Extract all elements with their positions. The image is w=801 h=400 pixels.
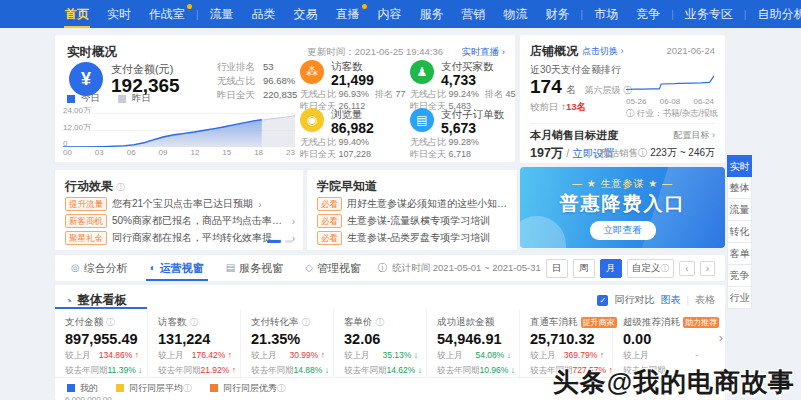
- nav-item-home[interactable]: 首页: [56, 0, 98, 28]
- card-avg-order-value[interactable]: 客单价ⓘ 32.06 较上月35.13% ↓ 较去年同期14.62% ↓: [334, 309, 427, 377]
- configure-target-link[interactable]: 配置目标 ›: [673, 129, 715, 142]
- prev-period-button[interactable]: ‹: [679, 261, 694, 276]
- period-custom-button[interactable]: 自定义ⓘ: [627, 259, 675, 278]
- info-icon: ⓘ: [190, 316, 199, 329]
- nav-item-war-room[interactable]: 作战室: [140, 0, 194, 28]
- rank-label: 近30天支付金额排行: [530, 63, 621, 77]
- tab-service-window[interactable]: ▤服务视窗: [220, 255, 289, 281]
- card-label: 直通车消耗: [530, 316, 578, 329]
- nav-item-logistics[interactable]: 物流: [495, 0, 537, 28]
- rank-value-row: 174 名 第六层级 ⓘ: [530, 76, 632, 98]
- custom-label: 自定义: [632, 262, 661, 273]
- card-visitors[interactable]: 访客数ⓘ 131,224 较上月176.42% ↑ 较去年同期21.92% ↑: [148, 309, 241, 377]
- tab-operation-window[interactable]: ◐运营视窗: [144, 255, 210, 281]
- card-value: 0.00: [623, 331, 698, 347]
- period-month-button[interactable]: 月: [600, 259, 622, 278]
- cards-scroll-next-button[interactable]: ›: [719, 330, 723, 345]
- stat-value: 6,718: [449, 149, 472, 159]
- side-tab-traffic[interactable]: 流量: [727, 199, 752, 221]
- trend-arrow-icon: ↓: [507, 350, 511, 360]
- nav-divider: |: [581, 9, 584, 20]
- card-conversion-rate[interactable]: 支付转化率ⓘ 21.35% 较上月30.99% ↑ 较去年同期14.88% ↓: [241, 309, 334, 377]
- promo-tag[interactable]: 提升商家: [581, 317, 617, 328]
- nav-item-competition[interactable]: 竞争: [627, 0, 669, 28]
- side-tab-order-value[interactable]: 客单: [727, 243, 752, 265]
- realtime-overview-card: 实时概况 更新时间：2021-06-25 19:44:36 实时直播 › ¥ 支…: [55, 35, 515, 162]
- action-tag: 聚星礼金: [65, 231, 107, 245]
- tab-manage-window[interactable]: ◇管理视窗: [299, 255, 367, 281]
- action-tag: 新客商机: [65, 214, 107, 228]
- side-tab-conversion[interactable]: 转化: [727, 221, 752, 243]
- nav-item-service[interactable]: 服务: [411, 0, 453, 28]
- trend-label: 较上月: [251, 350, 277, 362]
- academy-item[interactable]: 必看 用好生意参谋必须知道的这些小知识！: [317, 197, 509, 211]
- trend-value: 10.96%: [480, 365, 509, 375]
- academy-item[interactable]: 必看 生意参谋-品类罗盘专项学习培训: [317, 231, 509, 245]
- nav-item-market[interactable]: 市场: [585, 0, 627, 28]
- nav-item-realtime[interactable]: 实时: [98, 0, 140, 28]
- realtime-live-link[interactable]: 实时直播 ›: [461, 46, 505, 59]
- card-value: 21.35%: [251, 331, 325, 347]
- banner-brand: — ★ 生意参谋 ★ —: [520, 177, 725, 191]
- pagination-dot[interactable]: [285, 240, 293, 243]
- metric-paid-sub-orders[interactable]: ▤ 支付子订单数5,673 无线占比 99.28% 昨日全天 6,718: [410, 108, 518, 160]
- nav-item-marketing[interactable]: 营销: [453, 0, 495, 28]
- nav-item-content[interactable]: 内容: [369, 0, 411, 28]
- side-tab-overall[interactable]: 整体: [727, 177, 752, 199]
- action-item[interactable]: 提升流量 您有21个宝贝点击率已达日预期 ›: [65, 197, 295, 211]
- legend-swatch-peer-avg: [116, 384, 124, 392]
- nav-item-traffic[interactable]: 流量: [201, 0, 243, 28]
- promo-tag[interactable]: 助力推荐: [683, 317, 719, 328]
- trend-label: 较去年同期: [65, 365, 108, 377]
- banner-view-button[interactable]: 立即查看: [590, 221, 656, 240]
- rank-value: 174: [530, 76, 562, 97]
- card-value: 25,710.32: [530, 331, 604, 347]
- nav-item-self-analysis[interactable]: 自助分析: [748, 0, 801, 28]
- table-view-toggle[interactable]: 表格: [695, 293, 715, 307]
- nav-divider: |: [744, 9, 747, 20]
- trend-arrow-icon: ↓: [138, 365, 142, 375]
- period-day-button[interactable]: 日: [546, 259, 568, 278]
- carousel-pagination[interactable]: [267, 240, 293, 243]
- action-item[interactable]: 新客商机 50%商家都已报名，商品平均点击率提升30%，快速… ›: [65, 214, 295, 228]
- metric-paying-buyers[interactable]: ♟ 支付买家数4,733 无线占比 99.24%排名 45 昨日全天 5,483: [410, 60, 518, 112]
- trend-label: 较去年同期: [158, 365, 201, 377]
- nav-item-trade[interactable]: 交易: [285, 0, 327, 28]
- view-tabs-bar: ◎综合分析 ◐运营视窗 ▤服务视窗 ◇管理视窗 ⓘ 统计时间 2021-05-0…: [55, 255, 725, 281]
- nav-item-business-zone[interactable]: 业务专区: [676, 0, 742, 28]
- section-title: 实时概况: [67, 44, 117, 61]
- switch-shop-link[interactable]: 点击切换 ›: [582, 45, 624, 58]
- card-payment-amount[interactable]: 支付金额ⓘ 897,955.49 较上月134.86% ↑ 较去年同期11.39…: [55, 309, 148, 377]
- nav-item-category[interactable]: 品类: [243, 0, 285, 28]
- peer-compare-checkbox[interactable]: ✓: [597, 295, 608, 306]
- trend-label: 较上月: [623, 350, 649, 362]
- next-period-button[interactable]: ›: [700, 261, 715, 276]
- academy-item[interactable]: 必看 生意参谋-流量纵横专项学习培训: [317, 214, 509, 228]
- card-value: 131,224: [158, 331, 232, 347]
- trend-value: 21.92%: [201, 365, 230, 375]
- forecast-label: 预估销售: [600, 147, 638, 158]
- metric-label: 访客数: [331, 60, 374, 72]
- side-tab-realtime[interactable]: 实时: [727, 155, 752, 177]
- metric-visitors[interactable]: ⁂ 访客数21,499 无线占比 96.93%排名 77 昨日全天 26,112: [300, 60, 408, 112]
- trend-value: 35.13%: [383, 350, 412, 360]
- side-tab-competition[interactable]: 竞争: [727, 265, 752, 287]
- top-nav: 首页 实时 作战室 | 流量 品类 交易 直播 内容 服务 营销 物流 财务 |…: [0, 0, 801, 28]
- metric-label: 浏览量: [331, 108, 374, 120]
- separator: |: [686, 295, 689, 306]
- nav-item-finance[interactable]: 财务: [537, 0, 579, 28]
- period-week-button[interactable]: 周: [573, 259, 595, 278]
- nav-item-live[interactable]: 直播: [327, 0, 369, 28]
- tab-comprehensive-analysis[interactable]: ◎综合分析: [65, 255, 134, 281]
- side-tab-industry[interactable]: 行业: [727, 287, 752, 309]
- action-item[interactable]: 聚星礼金 同行商家都在报名，平均转化效率提升超20%，快速打… ›: [65, 231, 295, 245]
- card-label: 支付金额: [65, 316, 103, 329]
- card-refund-amount[interactable]: 成功退款金额 54,946.91 较上月54.08% ↓ 较去年同期10.96%…: [427, 309, 520, 377]
- pagination-dot-active[interactable]: [267, 240, 281, 243]
- metric-page-views[interactable]: ◉ 浏览量86,982 无线占比 99.40% 昨日全天 107,228: [300, 108, 408, 160]
- promo-banner[interactable]: — ★ 生意参谋 ★ — 普惠降费入口 立即查看: [520, 167, 725, 248]
- chart-view-toggle[interactable]: 图表: [660, 293, 680, 307]
- board-chart-legend: 我的 同行同层平均ⓘ 同行同层优秀ⓘ: [67, 382, 286, 395]
- rank-trend-line: [626, 76, 714, 90]
- stat-value: 53: [263, 61, 274, 72]
